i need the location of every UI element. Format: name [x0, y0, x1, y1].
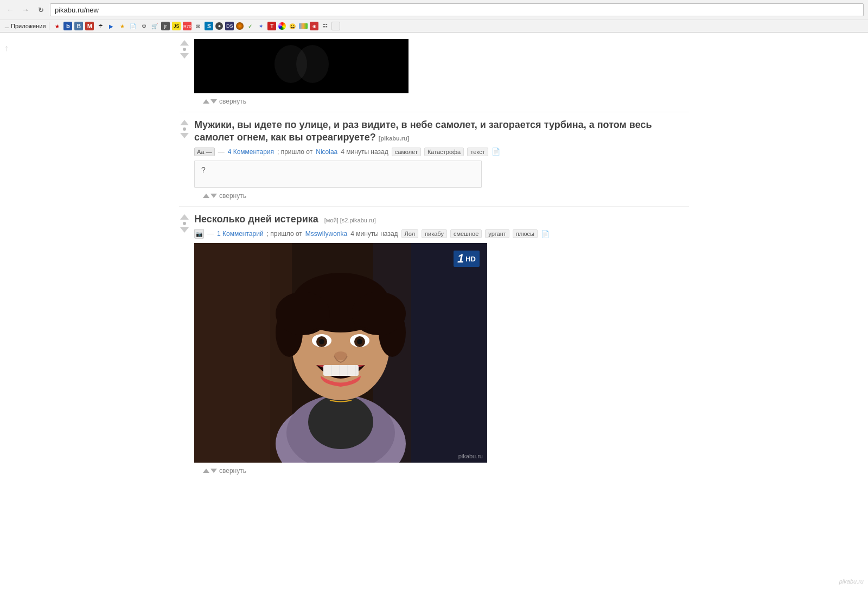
- channel-badge: 1 HD: [454, 251, 480, 267]
- bm-asterisk[interactable]: ✶: [257, 22, 265, 30]
- post-body-2: Несколько дней истерика [мой] [s2.pikabu…: [194, 213, 689, 475]
- collapse-arr-down-2[interactable]: [210, 469, 217, 473]
- back-button[interactable]: ←: [4, 4, 16, 16]
- bm-envelope[interactable]: ✉: [194, 22, 202, 30]
- bm-check[interactable]: ✓: [246, 22, 254, 30]
- vote-dot-1: [183, 48, 186, 51]
- post-meta-2: 📷 — 1 Комментарий ; пришло от MsswIlywon…: [194, 229, 689, 239]
- tag-samolet[interactable]: самолет: [392, 148, 421, 156]
- bookmarks-separator: [49, 22, 49, 30]
- bm-umbrella[interactable]: ☂: [96, 22, 105, 30]
- meta-dash-q: —: [218, 148, 225, 156]
- bm-circle2[interactable]: [278, 22, 286, 30]
- svg-point-8: [308, 395, 373, 449]
- bm-t[interactable]: T: [267, 22, 276, 30]
- vote-up-1[interactable]: [180, 40, 189, 46]
- tag-tekst[interactable]: текст: [467, 148, 488, 156]
- bm-red[interactable]: ◉: [310, 22, 318, 30]
- post-body-question: Мужики, вы идете по улице, и раз видите,…: [194, 119, 689, 200]
- vote-down-q[interactable]: [180, 133, 189, 138]
- vote-dot-q: [183, 127, 186, 131]
- image-face-bg: 1 HD: [194, 243, 487, 463]
- bm-face[interactable]: 😀: [288, 22, 297, 30]
- tag-plyusy[interactable]: плюсы: [513, 229, 538, 238]
- tag-smeshnoe[interactable]: смешное: [450, 229, 482, 238]
- post-title-link-q[interactable]: Мужики, вы идете по улице, и раз видите,…: [194, 119, 652, 143]
- badge-moy: [мой]: [324, 217, 339, 223]
- tag-urgant[interactable]: ургант: [485, 229, 509, 238]
- post-item-1: свернуть: [179, 33, 689, 112]
- bm-jr[interactable]: jr: [161, 22, 170, 30]
- svg-point-1: [296, 45, 329, 83]
- post-title-text-q: Мужики, вы идете по улице, и раз видите,…: [194, 119, 652, 143]
- tag-lol[interactable]: Лол: [401, 229, 419, 238]
- bm-r70[interactable]: R70: [183, 22, 192, 30]
- collapse-arr-down-q[interactable]: [210, 194, 217, 198]
- bm-stripe[interactable]: [299, 23, 308, 29]
- post-badges-2: [мой] [s2.pikabu.ru]: [324, 217, 376, 223]
- face-svg: [194, 243, 487, 463]
- bm-b[interactable]: b: [63, 22, 72, 30]
- preview-text-q: ?: [201, 165, 206, 174]
- bm-s[interactable]: S: [205, 22, 213, 30]
- collapse-row-q: свернуть: [203, 192, 689, 200]
- vote-down-2[interactable]: [180, 227, 189, 233]
- author-link-2[interactable]: MsswIlywonka: [305, 230, 347, 238]
- bm-last[interactable]: [331, 22, 340, 30]
- comments-link-q[interactable]: 4 Комментария: [228, 148, 274, 156]
- vote-down-1[interactable]: [180, 53, 189, 59]
- bm-doc[interactable]: 📄: [129, 22, 137, 30]
- meta-page-icon-2[interactable]: 📄: [541, 230, 550, 238]
- collapse-row-img: свернуть: [203, 98, 689, 105]
- svg-point-18: [319, 339, 324, 344]
- author-link-q[interactable]: Nicolaa: [316, 148, 337, 156]
- bm-settings[interactable]: ⚙: [139, 22, 148, 30]
- bm-circle1[interactable]: ●: [215, 22, 223, 30]
- bm-m[interactable]: M: [85, 22, 94, 30]
- vote-column-2: [179, 213, 190, 475]
- post-dark-image: [194, 39, 409, 93]
- bm-ball[interactable]: [236, 22, 244, 30]
- vote-up-q[interactable]: [180, 120, 189, 125]
- collapse-arr-up-q[interactable]: [203, 194, 209, 198]
- page-content: свернуть Мужики, вы идете по улице, и ра…: [168, 33, 700, 481]
- collapse-button-2[interactable]: свернуть: [219, 467, 246, 475]
- vote-up-2[interactable]: [180, 214, 189, 220]
- collapse-arr-up-2[interactable]: [203, 469, 209, 473]
- comments-link-2[interactable]: 1 Комментарий: [217, 230, 264, 238]
- collapse-button-img[interactable]: свернуть: [219, 98, 246, 105]
- dark-image-svg: [247, 42, 356, 86]
- meta-photo-icon-2[interactable]: 📷: [194, 229, 204, 239]
- post-meta-q: Аа — — 4 Комментария ; пришло от Nicolaa…: [194, 148, 689, 156]
- post-source-q: [pikabu.ru]: [379, 135, 410, 142]
- address-bar[interactable]: [50, 3, 864, 16]
- collapse-row-2: свернуть: [203, 467, 689, 475]
- bm-vk[interactable]: В: [74, 22, 83, 30]
- collapse-button-q[interactable]: свернуть: [219, 192, 246, 200]
- scroll-up-hint[interactable]: ↑: [4, 43, 9, 53]
- bm-star[interactable]: ★: [53, 22, 61, 30]
- apps-button[interactable]: ⚊ Приложения: [4, 23, 46, 29]
- bm-grid[interactable]: ☷: [321, 22, 329, 30]
- vote-column-q: [179, 119, 190, 200]
- time-q: 4 минуты назад: [341, 148, 388, 156]
- vote-column-1: [179, 39, 190, 105]
- bookmarks-bar: ⚊ Приложения ★ b В M ☂ ▶ ★ 📄 ⚙ 🛒 jr JS R…: [0, 20, 868, 32]
- meta-aa-q[interactable]: Аа —: [194, 148, 215, 156]
- meta-page-icon-q[interactable]: 📄: [492, 148, 500, 156]
- reload-button[interactable]: ↻: [35, 4, 47, 16]
- post-item-2: Несколько дней истерика [мой] [s2.pikabu…: [179, 207, 689, 481]
- post-item-question: Мужики, вы идете по улице, и раз видите,…: [179, 112, 689, 206]
- forward-button[interactable]: →: [20, 4, 31, 16]
- tag-pikabu[interactable]: пикабу: [422, 229, 447, 238]
- bm-star2[interactable]: ★: [118, 22, 126, 30]
- tag-katastrofa[interactable]: Катастрофа: [424, 148, 464, 156]
- collapse-arr-down-img[interactable]: [210, 99, 217, 104]
- collapse-arr-up-img[interactable]: [203, 99, 209, 104]
- post-title-link-2[interactable]: Несколько дней истерика: [194, 214, 321, 225]
- time-2: 4 минуты назад: [350, 230, 398, 238]
- bm-ds[interactable]: DS: [225, 22, 234, 30]
- bm-arrow[interactable]: ▶: [107, 22, 116, 30]
- bm-js[interactable]: JS: [172, 22, 181, 30]
- bm-shop[interactable]: 🛒: [150, 22, 159, 30]
